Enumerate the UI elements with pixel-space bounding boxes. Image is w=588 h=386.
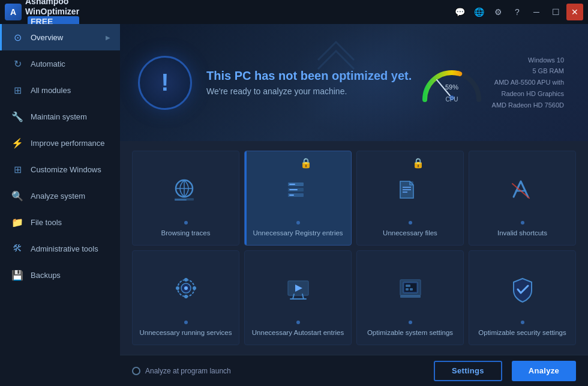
main-layout: ⊙ Overview ▶ ↻ Automatic ⊞ All modules 🔧… xyxy=(0,24,588,386)
registry-icon-area: 🔒 xyxy=(283,158,313,221)
sidebar-item-overview[interactable]: ⊙ Overview ▶ xyxy=(0,24,120,50)
tile-unnecessary-files[interactable]: 🔒 Unnecessary files xyxy=(356,151,464,246)
autostart-icon-area xyxy=(283,258,313,321)
logo-icon: A xyxy=(5,4,22,20)
svg-point-27 xyxy=(193,286,196,290)
hero-section: ! This PC has not been optimized yet. We… xyxy=(120,24,588,141)
files-icon-area: 🔒 xyxy=(395,158,425,221)
sidebar-label-automatic: Automatic xyxy=(31,59,110,68)
sidebar-item-backups[interactable]: 💾 Backups xyxy=(0,262,120,288)
svg-rect-8 xyxy=(175,199,187,201)
tile-dot xyxy=(409,221,412,225)
maintain-icon: 🔧 xyxy=(11,110,23,122)
tile-label-shortcuts: Invalid shortcuts xyxy=(497,228,547,238)
browser-icon[interactable]: 🌐 xyxy=(470,4,487,20)
system-info: Windows 10 5 GB RAM AMD A8-5500 APU with… xyxy=(492,55,564,110)
svg-rect-36 xyxy=(410,288,413,291)
bottom-bar: Analyze at program launch Settings Analy… xyxy=(120,355,588,386)
titlebar-controls: 💬 🌐 ⚙ ? ─ ☐ ✕ xyxy=(451,4,583,20)
tile-label-security: Optimizable security settings xyxy=(478,328,566,337)
accent-bar xyxy=(245,151,247,245)
tile-label-services: Unnecessary running services xyxy=(139,328,232,337)
tile-running-services[interactable]: Unnecessary running services xyxy=(132,250,239,345)
sidebar-label-analyze: Analyze system xyxy=(31,191,110,201)
tile-browsing-traces[interactable]: Browsing traces xyxy=(132,151,239,246)
tile-label-system-settings: Optimizable system settings xyxy=(367,328,453,337)
analyze-launch-label: Analyze at program launch xyxy=(145,367,231,375)
tile-label-files: Unnecessary files xyxy=(383,228,437,238)
svg-point-26 xyxy=(176,286,179,290)
tile-autostart-entries[interactable]: Unnecessary Autostart entries xyxy=(244,250,352,345)
tile-dot xyxy=(521,321,524,324)
chat-icon[interactable]: 💬 xyxy=(451,4,468,20)
shortcuts-icon-area xyxy=(508,158,538,221)
backups-icon: 💾 xyxy=(11,269,23,281)
tile-dot xyxy=(184,221,188,225)
tiles-section: Browsing traces 🔒 xyxy=(120,141,588,355)
system-settings-icon-area xyxy=(395,258,425,321)
sidebar-label-backups: Backups xyxy=(31,271,110,280)
overview-icon: ⊙ xyxy=(11,31,23,43)
sidebar-label-file-tools: File tools xyxy=(31,218,110,227)
svg-text:59%: 59% xyxy=(445,83,458,91)
analyze-launch-row: Analyze at program launch xyxy=(132,367,231,375)
security-icon-area xyxy=(508,258,538,321)
svg-rect-13 xyxy=(289,189,298,190)
tile-dot xyxy=(296,321,300,324)
settings-button[interactable]: Settings xyxy=(434,361,502,381)
all-modules-icon: ⊞ xyxy=(11,84,23,96)
arrow-icon: ▶ xyxy=(106,34,110,41)
sidebar-item-improve-performance[interactable]: ⚡ Improve performance xyxy=(0,130,120,156)
cpu-gauge: CPU 59% xyxy=(419,55,485,103)
gear-icon[interactable]: ⚙ xyxy=(490,4,506,20)
sidebar: ⊙ Overview ▶ ↻ Automatic ⊞ All modules 🔧… xyxy=(0,24,120,386)
svg-rect-14 xyxy=(289,195,294,196)
sidebar-label-maintain: Maintain system xyxy=(31,112,110,121)
exclamation-icon: ! xyxy=(161,69,169,96)
tile-dot xyxy=(184,321,188,324)
help-icon[interactable]: ? xyxy=(509,4,526,20)
sidebar-item-maintain-system[interactable]: 🔧 Maintain system xyxy=(0,103,120,130)
content-area: ! This PC has not been optimized yet. We… xyxy=(120,24,588,386)
sidebar-item-all-modules[interactable]: ⊞ All modules xyxy=(0,77,120,103)
svg-rect-31 xyxy=(400,295,421,298)
svg-text:CPU: CPU xyxy=(445,96,458,103)
tile-dot xyxy=(409,321,412,324)
svg-point-24 xyxy=(184,278,188,282)
maximize-button[interactable]: ☐ xyxy=(547,4,564,20)
sidebar-item-customize-windows[interactable]: ⊞ Customize Windows xyxy=(0,156,120,182)
arrows-decor xyxy=(312,36,360,88)
sidebar-label-customize: Customize Windows xyxy=(31,165,110,174)
sidebar-item-analyze-system[interactable]: 🔍 Analyze system xyxy=(0,182,120,209)
file-tools-icon: 📁 xyxy=(11,216,23,228)
tile-dot xyxy=(296,221,300,225)
analyze-button[interactable]: Analyze xyxy=(512,361,576,381)
sidebar-item-administrative-tools[interactable]: 🛠 Administrative tools xyxy=(0,235,120,262)
analyze-icon: 🔍 xyxy=(11,190,23,202)
admin-icon: 🛠 xyxy=(11,243,23,255)
svg-rect-35 xyxy=(406,288,409,291)
close-button[interactable]: ✕ xyxy=(566,4,583,20)
tile-invalid-shortcuts[interactable]: Invalid shortcuts xyxy=(469,151,576,246)
hero-right: CPU 59% Windows 10 5 GB RAM AMD A8-5500 … xyxy=(419,55,570,110)
svg-point-25 xyxy=(184,295,188,298)
svg-rect-12 xyxy=(289,184,295,185)
sidebar-item-automatic[interactable]: ↻ Automatic xyxy=(0,50,120,77)
services-icon-area xyxy=(171,258,201,321)
tile-dot xyxy=(521,221,524,225)
analyze-launch-checkbox[interactable] xyxy=(132,367,140,375)
titlebar: A Ashampoo WinOptimizer FREE 💬 🌐 ⚙ ? ─ ☐… xyxy=(0,0,588,24)
minimize-button[interactable]: ─ xyxy=(528,4,545,20)
customize-icon: ⊞ xyxy=(11,163,23,175)
tile-security-settings[interactable]: Optimizable security settings xyxy=(469,250,576,345)
tile-registry-entries[interactable]: 🔒 Unnecessary Registry entries xyxy=(244,151,352,246)
tile-system-settings[interactable]: Optimizable system settings xyxy=(356,250,464,345)
tile-label-registry: Unnecessary Registry entries xyxy=(253,228,343,238)
automatic-icon: ↻ xyxy=(11,58,23,70)
tile-label-autostart: Unnecessary Autostart entries xyxy=(252,328,344,337)
svg-rect-34 xyxy=(406,285,410,287)
svg-point-23 xyxy=(184,286,188,290)
sidebar-label-improve: Improve performance xyxy=(31,139,110,148)
sidebar-item-file-tools[interactable]: 📁 File tools xyxy=(0,209,120,235)
hero-icon-circle: ! xyxy=(138,56,192,110)
